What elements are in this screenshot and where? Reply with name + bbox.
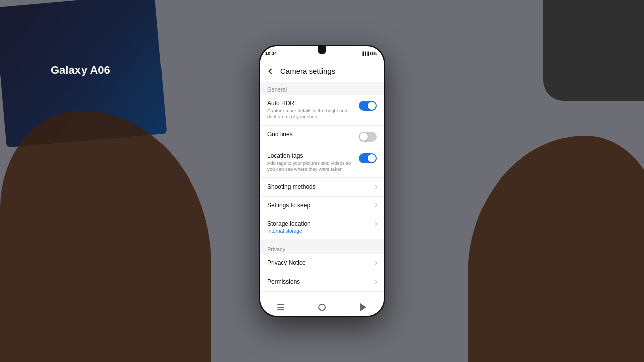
menu-icon xyxy=(277,304,284,310)
setting-desc-location-tags: Add tags to your pictures and videos so … xyxy=(267,160,355,173)
menu-line-3 xyxy=(277,309,284,310)
settings-list: General Auto HDR Capture more details in… xyxy=(260,82,384,292)
toggle-knob-auto-hdr xyxy=(368,102,376,110)
screen-content: Camera settings General Auto HDR Capture… xyxy=(260,60,384,298)
setting-item-location-tags[interactable]: Location tags Add tags to your pictures … xyxy=(260,147,384,178)
toggle-location-tags[interactable] xyxy=(359,153,377,163)
toggle-knob-location-tags xyxy=(368,154,376,162)
battery-icon: 88% xyxy=(370,52,377,55)
top-bar: Camera settings xyxy=(260,60,384,82)
setting-title-location-tags: Location tags xyxy=(267,152,355,159)
toggle-grid-lines[interactable] xyxy=(359,132,377,142)
setting-text-permissions: Permissions xyxy=(267,278,374,286)
setting-text-grid-lines: Grid lines xyxy=(267,131,359,139)
setting-title-auto-hdr: Auto HDR xyxy=(267,100,355,107)
accessory-area xyxy=(543,0,644,101)
status-icons: ▐▐▐ 88% xyxy=(361,52,377,55)
home-icon xyxy=(318,304,326,311)
setting-desc-auto-hdr: Capture more details in the bright and d… xyxy=(267,108,355,120)
chevron-right-icon-5 xyxy=(373,280,377,284)
nav-back-button[interactable] xyxy=(357,301,369,313)
setting-item-privacy-notice[interactable]: Privacy Notice xyxy=(260,254,384,273)
toggle-auto-hdr[interactable] xyxy=(359,101,377,111)
toggle-knob-grid-lines xyxy=(360,133,368,141)
setting-item-permissions[interactable]: Permissions xyxy=(260,273,384,292)
nav-bar xyxy=(260,298,384,316)
phone-screen: 10:34 ▐▐▐ 88% Camera settings xyxy=(260,46,384,316)
setting-text-privacy-notice: Privacy Notice xyxy=(267,259,374,267)
back-button[interactable] xyxy=(266,66,276,76)
phone-notch xyxy=(318,46,326,54)
setting-value-storage-location: Internal storage xyxy=(267,228,370,234)
setting-title-storage-location: Storage location xyxy=(267,220,370,227)
chevron-right-icon-4 xyxy=(373,261,377,265)
setting-item-auto-hdr[interactable]: Auto HDR Capture more details in the bri… xyxy=(260,95,384,126)
setting-item-shooting-methods[interactable]: Shooting methods xyxy=(260,178,384,197)
setting-text-settings-to-keep: Settings to keep xyxy=(267,202,374,210)
setting-text-storage-location: Storage location Internal storage xyxy=(267,220,374,234)
section-header-general: General xyxy=(260,82,384,95)
nav-home-button[interactable] xyxy=(316,301,328,313)
chevron-right-icon-3 xyxy=(373,222,377,226)
setting-item-storage-location[interactable]: Storage location Internal storage xyxy=(260,215,384,239)
setting-title-settings-to-keep: Settings to keep xyxy=(267,202,370,209)
phone-body: 10:34 ▐▐▐ 88% Camera settings xyxy=(259,45,385,317)
setting-item-settings-to-keep[interactable]: Settings to keep xyxy=(260,197,384,215)
nav-menu-button[interactable] xyxy=(275,301,287,313)
back-nav-icon xyxy=(360,303,366,311)
phone-device: 10:34 ▐▐▐ 88% Camera settings xyxy=(259,45,385,317)
menu-line-2 xyxy=(277,307,284,308)
back-arrow-icon xyxy=(268,68,274,74)
section-header-privacy: Privacy xyxy=(260,242,384,254)
setting-item-grid-lines[interactable]: Grid lines xyxy=(260,126,384,147)
setting-text-auto-hdr: Auto HDR Capture more details in the bri… xyxy=(267,100,359,120)
chevron-right-icon-2 xyxy=(373,203,377,207)
chevron-right-icon xyxy=(373,185,377,189)
setting-title-grid-lines: Grid lines xyxy=(267,131,355,138)
setting-title-privacy-notice: Privacy Notice xyxy=(267,259,370,266)
setting-title-permissions: Permissions xyxy=(267,278,370,285)
page-title: Camera settings xyxy=(280,67,335,75)
menu-line-1 xyxy=(277,304,284,305)
setting-text-location-tags: Location tags Add tags to your pictures … xyxy=(267,152,359,173)
signal-icon: ▐▐▐ xyxy=(361,52,369,55)
setting-title-shooting-methods: Shooting methods xyxy=(267,183,370,190)
status-time: 10:34 xyxy=(265,51,277,56)
box-label: Galaxy A06 xyxy=(51,64,110,77)
setting-text-shooting-methods: Shooting methods xyxy=(267,183,374,191)
